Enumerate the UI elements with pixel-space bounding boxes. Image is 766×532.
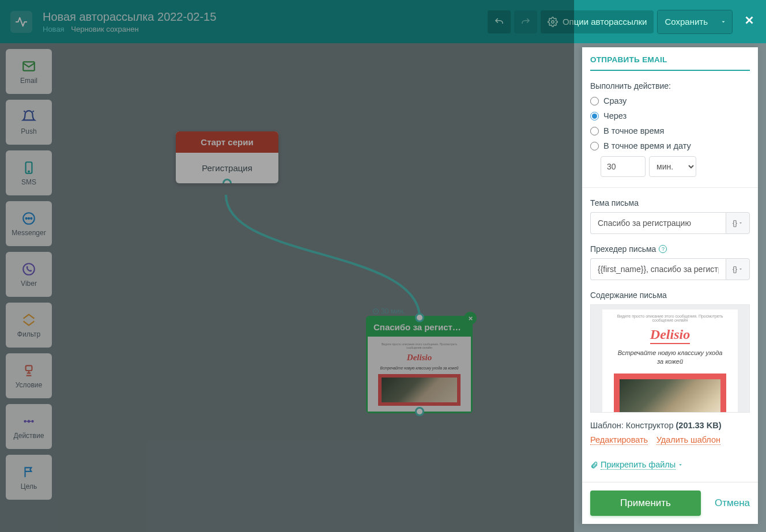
sidebar-item-condition[interactable]: Условие — [6, 353, 52, 398]
radio-exact-time[interactable]: В точное время — [590, 126, 750, 135]
radio-now[interactable]: Сразу — [590, 96, 750, 105]
undo-icon — [494, 17, 504, 27]
node-start-header: Старт серии — [176, 131, 278, 153]
options-label: Опции авторассылки — [563, 17, 647, 27]
gear-icon — [548, 17, 558, 27]
content-label: Содержание письма — [590, 290, 750, 300]
sidebar-item-label: SMS — [21, 178, 36, 186]
sidebar-item-messenger[interactable]: Messenger — [6, 201, 52, 246]
preheader-input[interactable] — [590, 258, 726, 280]
node-email-preview: Видите просто описание этого сообщения. … — [368, 337, 471, 412]
sidebar-item-goal[interactable]: Цель — [6, 455, 52, 500]
settings-panel: ОТПРАВИТЬ EMAIL Выполнить действие: Сраз… — [582, 47, 758, 524]
app-header: Новая авторассылка 2022-02-15 Новая Черн… — [0, 0, 766, 43]
sidebar-item-viber[interactable]: Viber — [6, 252, 52, 297]
sidebar-item-label: Email — [20, 77, 37, 85]
condition-icon — [21, 363, 37, 379]
subject-label: Тема письма — [590, 198, 750, 207]
chevron-down-icon — [720, 19, 726, 25]
close-button[interactable] — [743, 13, 756, 31]
edit-template-link[interactable]: Редактировать — [590, 435, 648, 445]
chat-icon — [21, 210, 37, 227]
svg-point-10 — [24, 420, 26, 422]
radio-after[interactable]: Через — [590, 111, 750, 120]
phone-icon — [21, 160, 37, 176]
cancel-button[interactable]: Отмена — [715, 497, 750, 509]
status-new: Новая — [43, 25, 65, 33]
sidebar-item-label: Условие — [16, 381, 42, 389]
chevron-down-icon — [738, 221, 743, 225]
svg-point-3 — [28, 171, 29, 172]
radio-exact-datetime[interactable]: В точное время и дату — [590, 141, 750, 150]
svg-rect-9 — [26, 365, 32, 371]
apply-button[interactable]: Применить — [590, 491, 701, 516]
svg-point-0 — [552, 20, 554, 23]
sidebar-item-action[interactable]: Действие — [6, 404, 52, 449]
node-email[interactable]: 30 мин. Спасибо за регистр… Видите прост… — [366, 316, 473, 413]
options-button[interactable]: Опции авторассылки — [541, 10, 654, 33]
filter-icon — [21, 312, 37, 328]
action-label: Выполнить действие: — [590, 81, 750, 90]
app-logo[interactable] — [10, 11, 32, 33]
sidebar-item-label: Push — [21, 127, 36, 135]
viber-icon — [21, 261, 37, 277]
sidebar-item-label: Viber — [21, 280, 37, 288]
flow-canvas[interactable] — [58, 43, 574, 532]
redo-icon — [520, 17, 531, 27]
mail-icon — [21, 58, 37, 74]
node-port-in[interactable] — [415, 313, 424, 322]
save-button-group: Сохранить — [657, 10, 733, 34]
delay-value-input[interactable] — [601, 156, 646, 177]
tool-sidebar: Email Push SMS Messenger Viber Фильтр Ус… — [6, 49, 52, 505]
sidebar-item-label: Messenger — [12, 229, 46, 237]
page-title: Новая авторассылка 2022-02-15 — [43, 10, 484, 24]
clock-icon — [372, 308, 379, 315]
goal-icon — [21, 464, 37, 480]
bell-icon — [21, 109, 37, 125]
subject-input[interactable] — [590, 212, 726, 234]
paperclip-icon — [590, 461, 598, 469]
svg-point-6 — [28, 218, 29, 219]
undo-button[interactable] — [488, 10, 511, 33]
page-subtitle: Новая Черновик сохранен — [43, 25, 484, 33]
node-timer: 30 мин. — [372, 307, 405, 315]
sidebar-item-label: Фильтр — [17, 330, 40, 338]
sidebar-item-sms[interactable]: SMS — [6, 150, 52, 195]
sidebar-item-label: Действие — [14, 432, 44, 440]
node-port-out[interactable] — [415, 407, 424, 416]
vars-button[interactable]: {} — [726, 212, 750, 234]
svg-point-8 — [23, 263, 35, 275]
panel-footer: Применить Отмена — [582, 482, 758, 524]
chevron-down-icon — [738, 267, 743, 271]
save-dropdown-button[interactable] — [715, 10, 732, 33]
svg-point-5 — [26, 218, 27, 219]
content-preview[interactable]: Видите просто описание этого сообщения. … — [590, 304, 750, 413]
svg-point-7 — [31, 218, 32, 219]
node-close-button[interactable] — [464, 312, 477, 325]
vars-button[interactable]: {} — [726, 258, 750, 280]
node-start[interactable]: Старт серии Регистрация — [176, 131, 278, 183]
close-icon — [743, 14, 756, 27]
sidebar-item-email[interactable]: Email — [6, 49, 52, 94]
sidebar-item-push[interactable]: Push — [6, 100, 52, 145]
help-icon[interactable]: ? — [659, 245, 667, 253]
delete-template-link[interactable]: Удалить шаблон — [656, 435, 720, 445]
save-button[interactable]: Сохранить — [658, 10, 715, 33]
chevron-down-icon — [678, 462, 683, 467]
close-icon — [467, 315, 474, 322]
svg-rect-12 — [27, 420, 31, 423]
attach-files[interactable]: Прикрепить файлы — [590, 460, 750, 470]
preheader-label: Прехедер письма ? — [590, 244, 750, 254]
delay-unit-select[interactable]: мин. — [649, 156, 696, 177]
template-info: Шаблон: Конструктор (201.33 KB) — [590, 421, 750, 430]
sidebar-item-filter[interactable]: Фильтр — [6, 303, 52, 348]
header-titles: Новая авторассылка 2022-02-15 Новая Черн… — [43, 10, 484, 33]
panel-title: ОТПРАВИТЬ EMAIL — [590, 55, 750, 71]
status-saved: Черновик сохранен — [71, 25, 138, 33]
svg-point-11 — [31, 420, 33, 422]
pulse-icon — [15, 16, 28, 28]
sidebar-item-label: Цель — [21, 482, 37, 491]
redo-button[interactable] — [514, 10, 537, 33]
action-icon — [21, 413, 37, 429]
